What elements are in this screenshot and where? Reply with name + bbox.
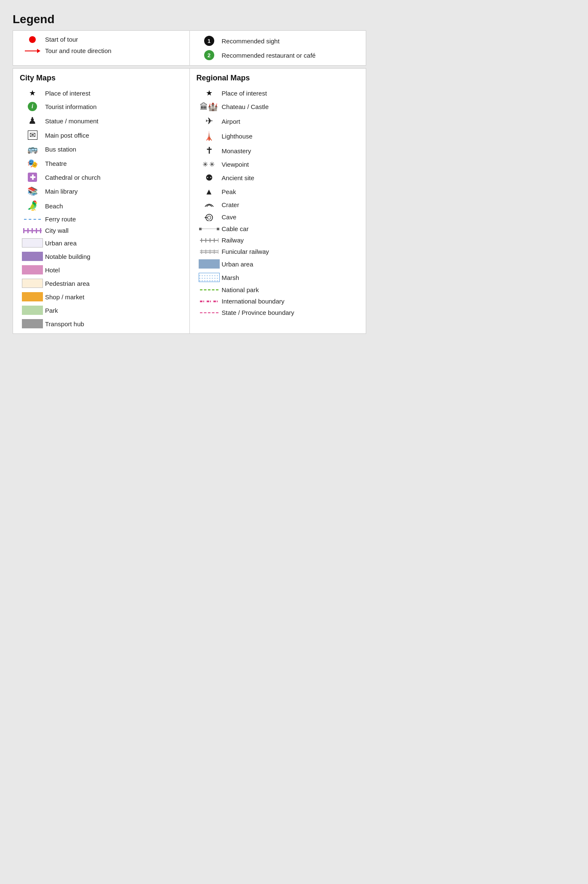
viewpoint-icon: ✳✳: [197, 160, 222, 168]
beach-symbol: 🦜: [27, 200, 38, 211]
bottom-section: City Maps ★ Place of interest i Tourist …: [13, 68, 366, 334]
start-of-tour-row: Start of tour: [20, 36, 183, 43]
funicular-symbol: [200, 249, 218, 255]
notable-building-row: Notable building: [20, 252, 183, 261]
state-boundary-row: State / Province boundary: [197, 309, 359, 316]
red-arrow-icon: [25, 51, 40, 51]
monastery-symbol: ✝: [205, 145, 213, 156]
intl-boundary-row: International boundary: [197, 298, 359, 305]
pedestrian-row: Pedestrian area: [20, 279, 183, 288]
park-box: [22, 306, 43, 315]
peak-row: ▲ Peak: [197, 187, 359, 197]
cave-label: Cave: [222, 213, 359, 221]
viewpoint-symbol: ✳✳: [202, 160, 216, 168]
ferry-route-icon: [20, 219, 45, 220]
monastery-label: Monastery: [222, 147, 359, 154]
regional-maps-section: Regional Maps ★ Place of interest 🏛🏰 Cha…: [190, 69, 366, 333]
park-label: Park: [45, 307, 183, 314]
regional-star-icon: ★: [197, 88, 222, 98]
intl-boundary-icon: [197, 301, 222, 302]
lighthouse-row: 🗼 Lighthouse: [197, 131, 359, 141]
circle-1-icon: 1: [204, 36, 214, 46]
transport-hub-row: Transport hub: [20, 319, 183, 328]
funicular-label: Funicular railway: [222, 248, 359, 255]
railway-icon: [197, 237, 222, 243]
railway-label: Railway: [222, 237, 359, 244]
recommended-sight-row: 1 Recommended sight: [197, 36, 359, 46]
tour-direction-icon: [20, 51, 45, 51]
national-park-row: National park: [197, 286, 359, 293]
recommended-restaurant-label: Recommended restaurant or café: [222, 52, 359, 59]
library-label: Main library: [45, 188, 183, 195]
park-icon: [20, 306, 45, 315]
notable-building-icon: [20, 252, 45, 261]
crater-row: Crater: [197, 201, 359, 208]
peak-label: Peak: [222, 188, 359, 195]
statue-icon: ♟: [20, 115, 45, 126]
railway-symbol: [200, 237, 218, 243]
cable-car-row: Cable car: [197, 225, 359, 232]
city-star-icon: ★: [20, 88, 45, 98]
bus-station-icon: 🚌: [20, 144, 45, 154]
marsh-row: Marsh: [197, 273, 359, 282]
bus-symbol: 🚌: [27, 144, 38, 154]
monastery-icon: ✝: [197, 145, 222, 156]
regional-maps-title: Regional Maps: [197, 74, 359, 83]
recommended-restaurant-icon: 2: [197, 50, 222, 60]
library-symbol: 📚: [27, 186, 38, 196]
cable-dotted-line: [202, 229, 216, 229]
pedestrian-box: [22, 279, 43, 288]
city-wall-row: City wall: [20, 227, 183, 234]
cable-dot-r: [217, 228, 219, 230]
cave-row: Cave: [197, 213, 359, 221]
transport-hub-icon: [20, 319, 45, 328]
intl-boundary-label: International boundary: [222, 298, 359, 305]
shop-box: [22, 292, 43, 301]
city-maps-section: City Maps ★ Place of interest i Tourist …: [13, 69, 190, 333]
national-park-line: [200, 289, 218, 290]
marsh-icon: [197, 273, 222, 282]
info-circle-icon: i: [28, 102, 37, 111]
urban-area-row: Urban area: [20, 238, 183, 248]
ferry-route-label: Ferry route: [45, 216, 183, 223]
castle-icon: 🏛🏰: [197, 102, 222, 112]
urban-area-label: Urban area: [45, 240, 183, 247]
regional-urban-icon: [197, 259, 222, 269]
viewpoint-row: ✳✳ Viewpoint: [197, 160, 359, 168]
funicular-icon: [197, 249, 222, 255]
peak-icon: ▲: [197, 187, 222, 197]
theatre-row: 🎭 Theatre: [20, 158, 183, 168]
monastery-row: ✝ Monastery: [197, 145, 359, 156]
church-row: ✚ Cathedral or church: [20, 173, 183, 182]
ancient-symbol: ⚉: [205, 173, 213, 183]
post-symbol: ✉: [28, 130, 37, 140]
start-of-tour-icon: [20, 36, 45, 43]
crater-icon: [197, 201, 222, 208]
shop-label: Shop / market: [45, 293, 183, 301]
library-icon: 📚: [20, 186, 45, 196]
airport-symbol: ✈: [205, 116, 213, 127]
city-maps-title: City Maps: [20, 74, 183, 83]
crater-label: Crater: [222, 201, 359, 208]
post-office-icon: ✉: [20, 130, 45, 140]
cable-car-symbol: [199, 228, 219, 230]
bus-station-row: 🚌 Bus station: [20, 144, 183, 154]
tourist-info-label: Tourist information: [45, 103, 183, 110]
funicular-row: Funicular railway: [197, 248, 359, 255]
peak-symbol: ▲: [205, 187, 213, 197]
recommended-legend: 1 Recommended sight 2 Recommended restau…: [190, 31, 366, 65]
ancient-site-label: Ancient site: [222, 174, 359, 181]
post-office-row: ✉ Main post office: [20, 130, 183, 140]
ancient-site-icon: ⚉: [197, 173, 222, 183]
arrow-line: [25, 51, 40, 51]
cable-car-icon: [197, 228, 222, 230]
shop-row: Shop / market: [20, 292, 183, 301]
city-place-interest-label: Place of interest: [45, 90, 183, 97]
city-wall-tick-4: [36, 228, 37, 233]
ferry-route-row: Ferry route: [20, 216, 183, 223]
transport-box: [22, 319, 43, 328]
pedestrian-label: Pedestrian area: [45, 280, 183, 287]
notable-building-label: Notable building: [45, 253, 183, 260]
tourist-info-row: i Tourist information: [20, 102, 183, 111]
library-row: 📚 Main library: [20, 186, 183, 196]
